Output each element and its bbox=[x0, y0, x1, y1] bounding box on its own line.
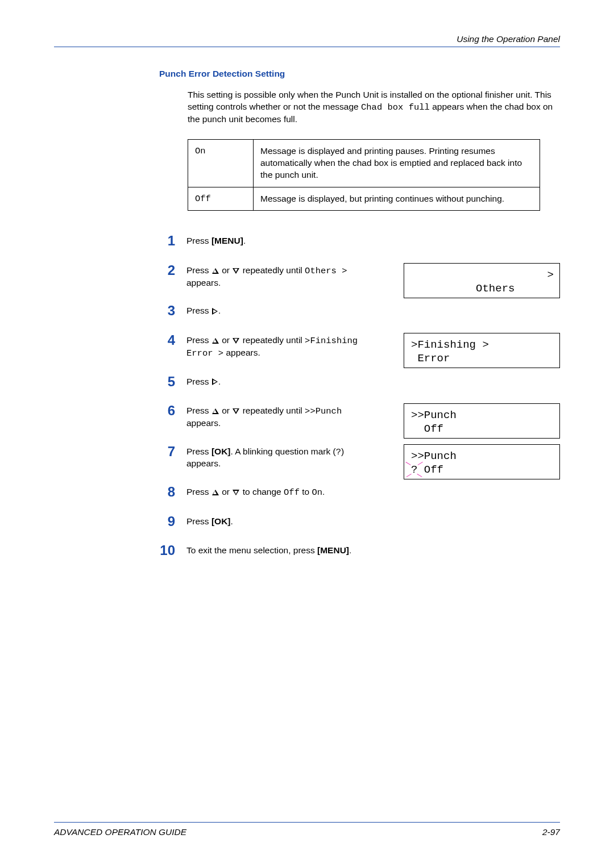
blinking-cursor: \//\? bbox=[411, 463, 417, 477]
lcd-line1: Others bbox=[476, 282, 515, 295]
step-body: Press [OK]. bbox=[186, 514, 528, 528]
step-body: Press [OK]. A blinking question mark (?)… bbox=[186, 444, 560, 470]
step-text: Press bbox=[186, 306, 211, 315]
step-body: Press or to change Off to On. bbox=[186, 485, 528, 499]
lcd-display: >>Punch Off bbox=[404, 403, 560, 439]
step-text: To exit the menu selection, press bbox=[186, 545, 317, 555]
step-code: On bbox=[312, 487, 323, 498]
steps-list: 1 Press [MENU]. 2 Press or repeatedly un… bbox=[154, 233, 560, 557]
triangle-right-icon bbox=[212, 308, 218, 315]
step-text: . bbox=[349, 545, 351, 555]
step-body: Press or repeatedly until >>Punch appear… bbox=[186, 403, 560, 429]
triangle-right-icon bbox=[212, 378, 218, 385]
lcd-line2: Off bbox=[411, 423, 443, 435]
triangle-up-icon bbox=[212, 408, 219, 414]
step-text: to change bbox=[240, 487, 284, 496]
option-desc: Message is displayed, but printing conti… bbox=[254, 187, 540, 211]
option-desc: Message is displayed and printing pauses… bbox=[254, 139, 540, 187]
option-name: Off bbox=[188, 187, 254, 211]
step-number: 1 bbox=[154, 233, 186, 248]
step-text: Press bbox=[186, 335, 211, 345]
lcd-line2: Error bbox=[411, 352, 450, 365]
lcd-line1: >>Punch bbox=[411, 450, 457, 462]
step-text: Press bbox=[186, 377, 211, 386]
step-text: or bbox=[219, 335, 232, 345]
step-text: to bbox=[300, 487, 312, 496]
step-text: Press bbox=[186, 265, 211, 275]
step-text: Press bbox=[186, 406, 211, 415]
step-code: >>Punch bbox=[305, 406, 342, 416]
step-text: appears. bbox=[186, 278, 221, 287]
step-number: 2 bbox=[154, 263, 186, 277]
step-body: Press . bbox=[186, 374, 528, 388]
step-text: . bbox=[243, 236, 246, 245]
step-code: Others > bbox=[305, 266, 347, 276]
triangle-up-icon bbox=[212, 490, 219, 495]
step-body: To exit the menu selection, press [MENU]… bbox=[186, 543, 528, 557]
footer-right: 2-97 bbox=[542, 827, 560, 837]
lcd-line1: >>Punch bbox=[411, 409, 457, 422]
option-name: On bbox=[188, 139, 254, 187]
step-text: repeatedly until bbox=[240, 406, 305, 415]
intro-paragraph: This setting is possible only when the P… bbox=[188, 89, 560, 126]
ok-key-label: [OK] bbox=[211, 516, 231, 526]
step-code: ? bbox=[336, 447, 341, 457]
table-row: On Message is displayed and printing pau… bbox=[188, 139, 540, 187]
chapter-title: Using the Operation Panel bbox=[54, 34, 560, 44]
step-text: . A blinking question mark ( bbox=[231, 446, 336, 456]
lcd-display: Others > bbox=[404, 263, 560, 298]
page-header: Using the Operation Panel bbox=[54, 34, 560, 47]
step-text: appears. bbox=[186, 418, 221, 428]
step-text: . bbox=[218, 306, 221, 315]
step-4: 4 Press or repeatedly until >Finishing E… bbox=[154, 333, 560, 360]
step-text: or bbox=[219, 406, 232, 415]
triangle-up-icon bbox=[212, 268, 219, 274]
step-text: Press bbox=[186, 487, 211, 496]
step-text: . bbox=[322, 487, 325, 496]
step-text: Press bbox=[186, 236, 211, 245]
step-text: or bbox=[219, 265, 232, 275]
step-text: . bbox=[218, 377, 221, 386]
step-number: 5 bbox=[154, 374, 186, 389]
triangle-up-icon bbox=[212, 338, 219, 344]
lcd-gt-right: > bbox=[547, 268, 554, 282]
step-body: Press or repeatedly until Others > appea… bbox=[186, 263, 560, 289]
step-text: Press bbox=[186, 516, 211, 526]
step-9: 9 Press [OK]. bbox=[154, 514, 560, 528]
step-number: 4 bbox=[154, 333, 186, 347]
step-body: Press or repeatedly until >Finishing Err… bbox=[186, 333, 560, 360]
step-number: 3 bbox=[154, 303, 186, 318]
step-1: 1 Press [MENU]. bbox=[154, 233, 560, 248]
step-text: appears. bbox=[223, 348, 260, 357]
step-number: 7 bbox=[154, 444, 186, 458]
ok-key-label: [OK] bbox=[211, 446, 231, 456]
menu-key-label: [MENU] bbox=[317, 545, 349, 555]
lcd-line1: >Finishing > bbox=[411, 339, 489, 351]
triangle-down-icon bbox=[233, 490, 239, 495]
step-2: 2 Press or repeatedly until Others > app… bbox=[154, 263, 560, 289]
intro-code: Chad box full bbox=[361, 102, 430, 112]
lcd-display: >>Punch \//\? Off bbox=[404, 444, 560, 479]
step-body: Press . bbox=[186, 303, 528, 317]
step-text: or bbox=[219, 487, 232, 496]
step-10: 10 To exit the menu selection, press [ME… bbox=[154, 543, 560, 557]
page-footer: ADVANCED OPERATION GUIDE 2-97 bbox=[54, 822, 560, 837]
step-text: repeatedly until bbox=[240, 335, 305, 345]
triangle-down-icon bbox=[233, 338, 239, 344]
step-text: Press bbox=[186, 446, 211, 456]
step-text: repeatedly until bbox=[240, 265, 305, 275]
step-text: . bbox=[231, 516, 233, 526]
step-7: 7 Press [OK]. A blinking question mark (… bbox=[154, 444, 560, 470]
footer-left: ADVANCED OPERATION GUIDE bbox=[54, 827, 186, 837]
content-region: Punch Error Detection Setting This setti… bbox=[159, 69, 560, 557]
step-8: 8 Press or to change Off to On. bbox=[154, 485, 560, 499]
menu-key-label: [MENU] bbox=[211, 236, 243, 245]
triangle-down-icon bbox=[233, 408, 239, 414]
step-number: 6 bbox=[154, 403, 186, 418]
step-5: 5 Press . bbox=[154, 374, 560, 389]
lcd-display: >Finishing > Error bbox=[404, 333, 560, 368]
triangle-down-icon bbox=[233, 268, 239, 274]
table-row: Off Message is displayed, but printing c… bbox=[188, 187, 540, 211]
step-number: 8 bbox=[154, 485, 186, 499]
step-number: 9 bbox=[154, 514, 186, 528]
